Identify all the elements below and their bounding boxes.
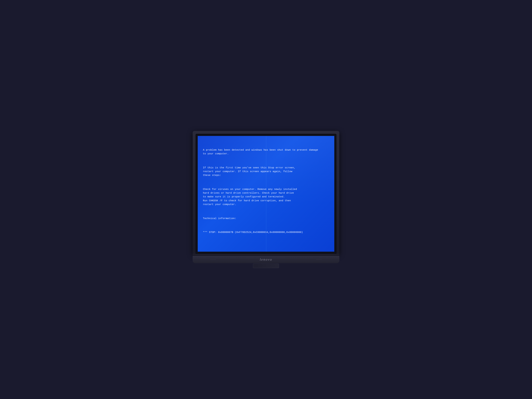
speaker-dot [210,259,211,260]
bsod-paragraph-3: Check for viruses on your computer. Remo… [203,187,329,206]
bsod-content: A problem has been detected and windows … [203,140,329,242]
laptop-outer: A problem has been detected and windows … [193,131,339,254]
speaker-dot [214,259,215,260]
screen-bezel: A problem has been detected and windows … [196,134,336,254]
speaker-left [210,259,216,260]
laptop-hinge [193,254,339,255]
speaker-dot [215,259,216,260]
laptop-base: lenovo [193,255,339,263]
brand-label: lenovo [260,257,272,262]
bsod-paragraph-4: Technical information: [203,217,329,220]
speaker-right [316,259,322,260]
speaker-dot [320,259,321,260]
speaker-dot [319,259,320,260]
speaker-dot [211,259,212,260]
speaker-dot [213,259,214,260]
bsod-stop-code: *** STOP: 0x0000007B (0xF78D2524,0xC0000… [203,230,329,234]
speaker-dot [212,259,213,260]
touchpad [253,264,279,268]
speaker-dot [318,259,319,260]
speaker-dot [316,259,317,260]
speaker-dot [317,259,318,260]
speaker-dot [321,259,322,260]
bsod-paragraph-2: If this is the first time you've seen th… [203,166,329,177]
bsod-paragraph-1: A problem has been detected and windows … [203,148,329,156]
bsod-screen: A problem has been detected and windows … [198,136,334,252]
